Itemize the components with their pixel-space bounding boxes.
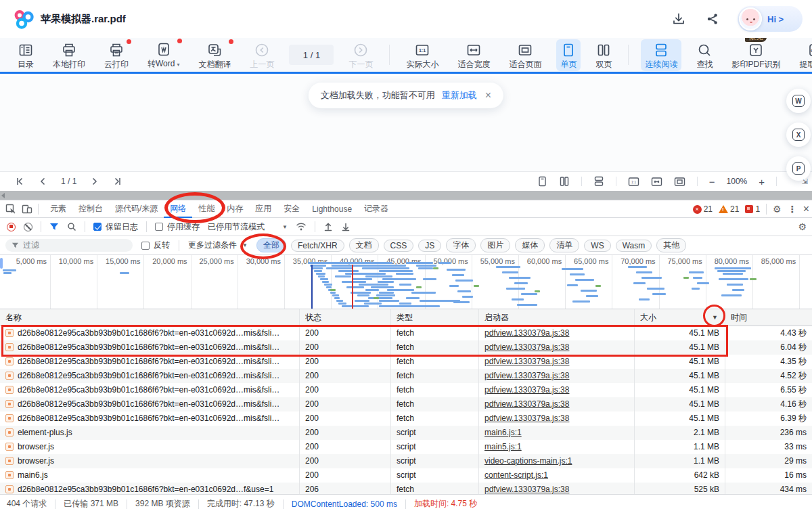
- devtools-tab[interactable]: 记录器: [358, 200, 394, 218]
- kebab-menu-icon[interactable]: ⋮: [788, 204, 797, 214]
- close-devtools-icon[interactable]: ×: [803, 204, 809, 215]
- zoom-in-button[interactable]: +: [759, 176, 765, 187]
- filter-type-pill[interactable]: CSS: [384, 240, 414, 252]
- table-row[interactable]: main6.js 200 script content-script.js:1 …: [0, 468, 812, 483]
- search-network-icon[interactable]: [67, 222, 76, 231]
- devtools-tab[interactable]: 控制台: [72, 200, 109, 218]
- double-page-mode-button[interactable]: [559, 176, 570, 187]
- device-toolbar-icon[interactable]: [22, 204, 32, 215]
- table-row[interactable]: element-plus.js 200 script main6.js:1 2.…: [0, 426, 812, 440]
- scroll-left-arrow-icon[interactable]: [1, 193, 5, 198]
- devtools-tab[interactable]: 网络: [164, 200, 192, 218]
- page-number-input[interactable]: 1 / 1: [289, 45, 334, 65]
- initiator-link[interactable]: pdfview.1330379a.js:38: [484, 485, 569, 494]
- column-header-size[interactable]: 大小 ▼: [635, 309, 725, 326]
- filter-type-pill[interactable]: 全部: [256, 238, 286, 252]
- column-header-type[interactable]: 类型: [391, 309, 479, 326]
- column-header-initiator[interactable]: 启动器: [479, 309, 635, 326]
- table-row[interactable]: browser.js 200 script main5.js:1 1.1 MB …: [0, 440, 812, 454]
- to-excel-float-button[interactable]: X: [786, 122, 811, 147]
- table-row[interactable]: d26b8e0812e95ca3bb93b9b01c1686f6?bkt=en-…: [0, 369, 812, 383]
- table-row[interactable]: d26b8e0812e95ca3bb93b9b01c1686f6?bkt=en-…: [0, 397, 812, 411]
- table-row[interactable]: d26b8e0812e95ca3bb93b9b01c1686f6?bkt=en-…: [0, 326, 812, 340]
- last-page-button[interactable]: [113, 177, 122, 186]
- share-button[interactable]: [704, 10, 721, 28]
- table-row[interactable]: d26b8e0812e95ca3bb93b9b01c1686f6?bkt=en-…: [0, 483, 812, 495]
- extract-text-button[interactable]: OCR 提取文字: [795, 39, 812, 71]
- record-network-log-button[interactable]: [7, 223, 16, 231]
- continuous-mode-button[interactable]: [593, 176, 604, 187]
- more-filters-dropdown[interactable]: 更多过滤条件 ▼: [188, 240, 248, 251]
- close-icon[interactable]: ×: [485, 89, 491, 102]
- initiator-link[interactable]: pdfview.1330379a.js:38: [484, 342, 569, 352]
- devtools-tab[interactable]: 安全: [277, 200, 306, 218]
- filter-type-pill[interactable]: WS: [584, 240, 610, 252]
- double-page-button[interactable]: 双页: [591, 39, 616, 71]
- devtools-tab[interactable]: 内存: [221, 200, 249, 218]
- download-button[interactable]: [670, 10, 687, 28]
- filter-type-pill[interactable]: 媒体: [515, 238, 545, 252]
- fit-width-small-button[interactable]: [651, 177, 662, 187]
- initiator-link[interactable]: pdfview.1330379a.js:38: [484, 328, 569, 338]
- viewer-page-indicator[interactable]: 1 / 1: [61, 177, 76, 186]
- fit-page-small-button[interactable]: [674, 177, 685, 187]
- filter-input[interactable]: 过滤: [5, 239, 133, 252]
- filter-type-pill[interactable]: Wasm: [616, 240, 652, 252]
- prev-page-button[interactable]: 上一页: [246, 39, 278, 71]
- table-row[interactable]: d26b8e0812e95ca3bb93b9b01c1686f6?bkt=en-…: [0, 340, 812, 355]
- fit-page-button[interactable]: 适合页面: [505, 39, 545, 71]
- initiator-link[interactable]: pdfview.1330379a.js:38: [484, 385, 569, 395]
- initiator-link[interactable]: content-script.js:1: [484, 470, 548, 480]
- devtools-tab[interactable]: 元素: [44, 200, 72, 218]
- column-header-status[interactable]: 状态: [300, 309, 391, 326]
- devtools-tab[interactable]: 应用: [249, 200, 277, 218]
- filter-type-pill[interactable]: Fetch/XHR: [291, 240, 344, 252]
- to-ppt-float-button[interactable]: P: [786, 156, 811, 181]
- import-har-icon[interactable]: [323, 222, 333, 231]
- filter-type-pill[interactable]: 清单: [549, 238, 579, 252]
- disable-cache-checkbox[interactable]: 停用缓存: [155, 221, 200, 233]
- next-page-arrow-button[interactable]: [90, 177, 99, 186]
- table-row[interactable]: browser.js 200 script video-captions-mai…: [0, 454, 812, 468]
- preserve-log-checkbox[interactable]: 保留日志: [93, 221, 138, 233]
- horizontal-scrollbar[interactable]: [0, 191, 812, 200]
- convert-to-word-button[interactable]: 转Word▾: [143, 39, 183, 72]
- single-page-mode-button[interactable]: [537, 176, 547, 187]
- find-button[interactable]: 查找: [692, 39, 717, 71]
- issues-badge[interactable]: 1: [745, 204, 760, 214]
- console-warnings-badge[interactable]: 21: [719, 204, 739, 214]
- first-page-button[interactable]: [15, 177, 24, 186]
- sort-desc-icon[interactable]: ▼: [712, 309, 718, 326]
- local-print-button[interactable]: 本地打印: [49, 39, 89, 71]
- table-row[interactable]: d26b8e0812e95ca3bb93b9b01c1686f6?bkt=en-…: [0, 411, 812, 426]
- filter-type-pill[interactable]: 文档: [349, 238, 379, 252]
- filter-type-pill[interactable]: JS: [418, 240, 441, 252]
- actual-size-small-button[interactable]: 1:1: [628, 177, 639, 187]
- column-header-time[interactable]: 时间: [725, 309, 812, 326]
- clear-network-log-button[interactable]: [24, 223, 32, 231]
- cloud-print-button[interactable]: 云打印: [100, 39, 133, 71]
- ocr-pdf-button[interactable]: 限免 影印PDF识别: [727, 39, 784, 71]
- console-errors-badge[interactable]: ×21: [693, 204, 713, 214]
- network-conditions-icon[interactable]: [296, 222, 307, 231]
- doc-translate-button[interactable]: 文档翻译: [194, 39, 235, 71]
- filter-type-pill[interactable]: 字体: [446, 238, 476, 252]
- single-page-button[interactable]: 单页: [556, 39, 581, 71]
- devtools-tab[interactable]: 性能: [192, 200, 221, 218]
- table-row[interactable]: d26b8e0812e95ca3bb93b9b01c1686f6?bkt=en-…: [0, 383, 812, 397]
- zoom-out-button[interactable]: −: [709, 176, 715, 187]
- filter-toggle-icon[interactable]: [49, 223, 59, 231]
- invert-filter-checkbox[interactable]: 反转: [141, 240, 170, 251]
- network-overview-timeline[interactable]: 5,000 ms 10,000 ms 15,000 ms 20,000 ms 2…: [0, 255, 812, 309]
- initiator-link[interactable]: pdfview.1330379a.js:38: [484, 399, 569, 409]
- next-page-button[interactable]: 下一页: [344, 39, 377, 71]
- fit-width-button[interactable]: 适合宽度: [453, 39, 494, 71]
- initiator-link[interactable]: main6.js:1: [484, 428, 522, 437]
- column-header-name[interactable]: 名称: [0, 309, 300, 326]
- inspect-element-icon[interactable]: [5, 204, 16, 215]
- initiator-link[interactable]: video-captions-main.js:1: [484, 456, 572, 466]
- filter-type-pill[interactable]: 图片: [480, 238, 510, 252]
- settings-gear-icon[interactable]: ⚙: [773, 204, 782, 214]
- devtools-tab[interactable]: 源代码/来源: [109, 200, 164, 218]
- prev-page-arrow-button[interactable]: [38, 177, 47, 186]
